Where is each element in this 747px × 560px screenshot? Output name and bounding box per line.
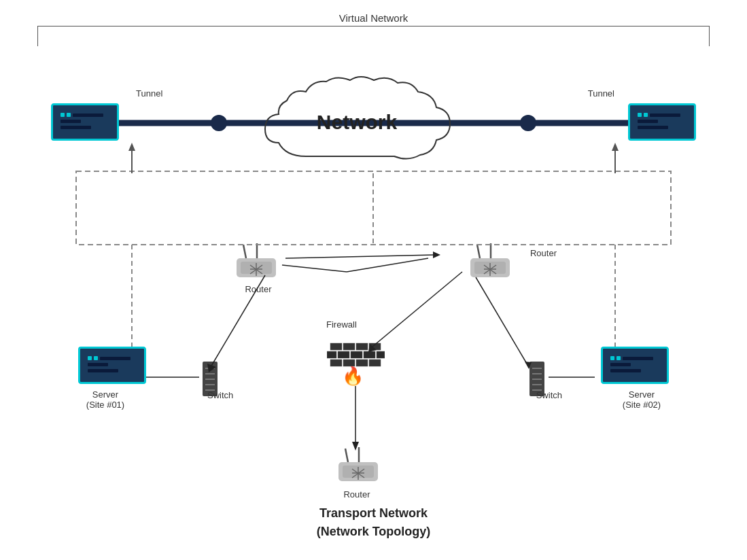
vpn-server-right [628,103,696,141]
router-bottom-label: Router [333,489,381,500]
svg-marker-20 [433,251,440,258]
vpn-server-left [51,103,119,141]
router-top-left [231,238,282,285]
router-bottom [333,442,384,489]
svg-rect-66 [338,351,349,358]
server-left-label: Server (Site #01) [75,389,136,410]
switch-right-label: Switch [536,390,562,400]
svg-marker-7 [612,143,619,151]
svg-rect-67 [351,351,362,358]
svg-rect-73 [369,360,381,366]
svg-line-25 [243,245,246,258]
svg-text:🔥: 🔥 [342,365,364,386]
tunnel-right-label: Tunnel [588,88,614,99]
svg-point-1 [211,115,227,131]
svg-point-2 [520,115,536,131]
router-top-right-label: Router [530,248,557,258]
svg-line-18 [347,258,428,272]
svg-line-19 [285,255,435,258]
server-bottom-right [601,347,669,384]
router-top-right [465,238,516,285]
svg-rect-63 [356,343,368,350]
svg-line-33 [477,245,480,258]
network-cloud-text: Network [317,111,397,134]
switch-left-label: Switch [207,390,233,400]
svg-rect-62 [343,343,355,350]
firewall-label: Firewall [326,319,357,330]
cloud-network: Network [251,68,462,177]
svg-rect-69 [377,351,385,358]
virtual-network-bracket [37,26,710,46]
svg-rect-64 [369,343,381,350]
router-top-left-label: Router [231,284,285,294]
server-right-label: Server (Site #02) [611,389,672,410]
svg-rect-65 [327,351,336,358]
svg-rect-68 [364,351,375,358]
virtual-network-label: Virtual Network [0,12,747,24]
transport-network-label: Transport Network (Network Topology) [0,504,747,541]
firewall: 🔥 [325,333,386,387]
server-bottom-left [78,347,146,384]
svg-marker-5 [128,143,135,151]
svg-rect-61 [330,343,342,350]
svg-line-17 [282,265,347,272]
svg-rect-70 [330,360,342,366]
svg-line-41 [345,449,348,462]
svg-line-15 [476,277,527,364]
tunnel-left-label: Tunnel [136,88,162,99]
svg-rect-3 [76,171,671,245]
